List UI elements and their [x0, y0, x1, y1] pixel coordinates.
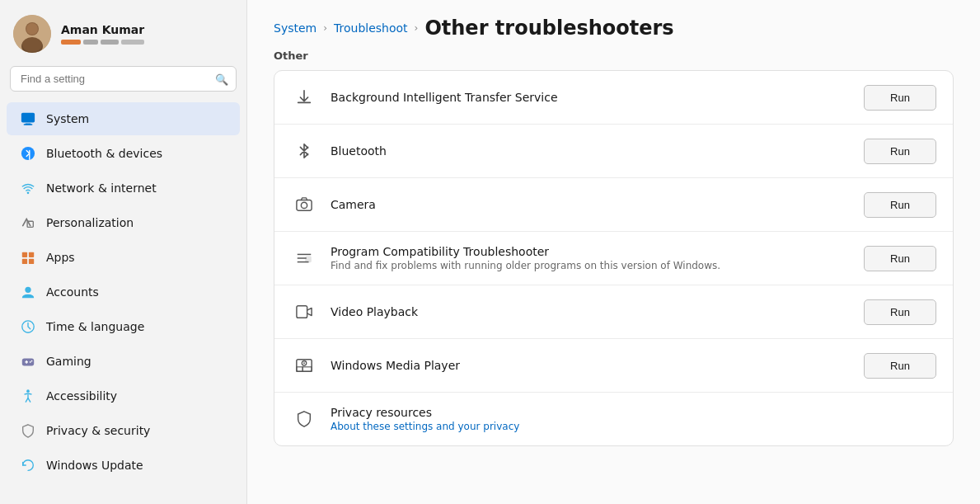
sidebar-item-label-accessibility: Accessibility — [46, 389, 117, 403]
sidebar-item-accessibility[interactable]: Accessibility — [7, 379, 240, 412]
accounts-icon — [20, 284, 36, 300]
system-icon — [20, 111, 36, 127]
profile-section: Aman Kumar — [0, 0, 246, 63]
bits-run-button[interactable]: Run — [864, 85, 936, 111]
media-name: Windows Media Player — [331, 359, 851, 372]
sidebar-item-personalization[interactable]: Personalization — [7, 206, 240, 239]
svg-rect-23 — [297, 200, 312, 211]
svg-rect-29 — [297, 306, 307, 318]
compat-name: Program Compatibility Troubleshooter — [331, 245, 851, 258]
profile-bars — [61, 40, 144, 45]
breadcrumb-current: Other troubleshooters — [424, 16, 673, 40]
troubleshooter-list: Background Intelligent Transfer Service … — [274, 70, 954, 446]
privacy-res-link[interactable]: About these settings and your privacy — [331, 421, 519, 432]
svg-point-15 — [25, 287, 30, 293]
bluetooth-run-button[interactable]: Run — [864, 139, 936, 164]
svg-rect-13 — [22, 259, 27, 264]
bt-name: Bluetooth — [331, 144, 851, 158]
svg-rect-11 — [22, 252, 27, 257]
sidebar-item-label-bluetooth: Bluetooth & devices — [46, 147, 162, 160]
privacy-res-info: Privacy resources About these settings a… — [331, 406, 936, 432]
sidebar-item-system[interactable]: System — [7, 102, 240, 135]
personalization-icon — [20, 214, 36, 231]
svg-point-9 — [27, 192, 30, 195]
troubleshooter-row-media: Windows Media Player Run — [274, 339, 953, 393]
sidebar-item-privacy[interactable]: Privacy & security — [7, 414, 240, 447]
video-info: Video Playback — [331, 305, 851, 318]
sidebar-item-network[interactable]: Network & internet — [7, 172, 240, 205]
svg-rect-5 — [21, 113, 35, 123]
media-icon — [291, 352, 317, 379]
sidebar-item-apps[interactable]: Apps — [7, 241, 240, 274]
sidebar-item-label-gaming: Gaming — [46, 355, 91, 368]
accessibility-icon — [20, 388, 36, 404]
apps-icon — [20, 249, 36, 266]
sidebar: Aman Kumar 🔍 System — [0, 0, 247, 504]
camera-run-button[interactable]: Run — [864, 192, 936, 218]
video-icon — [291, 299, 317, 325]
troubleshooter-row-compat: Program Compatibility Troubleshooter Fin… — [274, 232, 953, 285]
network-icon — [20, 180, 36, 196]
svg-point-3 — [26, 23, 38, 35]
svg-point-22 — [26, 389, 30, 393]
svg-point-21 — [31, 360, 33, 362]
sidebar-item-label-network: Network & internet — [46, 181, 157, 195]
sidebar-item-label-update: Windows Update — [46, 459, 143, 472]
sidebar-item-label-apps: Apps — [46, 251, 75, 264]
profile-info: Aman Kumar — [61, 23, 144, 45]
sidebar-item-gaming[interactable]: Gaming — [7, 345, 240, 378]
bt-icon — [291, 138, 317, 164]
compat-info: Program Compatibility Troubleshooter Fin… — [331, 245, 851, 271]
sidebar-item-accounts[interactable]: Accounts — [7, 276, 240, 309]
svg-rect-28 — [306, 257, 311, 261]
section-label: Other — [274, 49, 954, 62]
svg-rect-14 — [29, 259, 34, 264]
troubleshooter-row-camera: Camera Run — [274, 178, 953, 232]
svg-point-8 — [21, 147, 35, 160]
svg-point-24 — [301, 202, 307, 208]
time-icon — [20, 318, 36, 335]
svg-rect-7 — [24, 124, 33, 125]
privacy-icon — [20, 422, 36, 439]
compat-icon — [291, 245, 317, 271]
troubleshooter-row-privacy: Privacy resources About these settings a… — [274, 393, 953, 445]
search-icon: 🔍 — [215, 73, 228, 85]
troubleshooter-row-bluetooth: Bluetooth Run — [274, 125, 953, 178]
svg-rect-32 — [302, 367, 312, 372]
video-name: Video Playback — [331, 305, 851, 318]
avatar — [13, 15, 51, 53]
sidebar-nav: System Bluetooth & devices Network & — [0, 98, 246, 486]
compat-run-button[interactable]: Run — [864, 246, 936, 271]
media-run-button[interactable]: Run — [864, 353, 936, 379]
privacy-res-name: Privacy resources — [331, 406, 936, 419]
video-run-button[interactable]: Run — [864, 299, 936, 325]
breadcrumb-sep-1: › — [323, 22, 327, 34]
bits-name: Background Intelligent Transfer Service — [331, 91, 851, 104]
sidebar-item-label-personalization: Personalization — [46, 216, 134, 229]
sidebar-item-label-privacy: Privacy & security — [46, 424, 150, 437]
camera-info: Camera — [331, 198, 851, 211]
main-content: System › Troubleshoot › Other troublesho… — [247, 0, 980, 504]
privacy-res-icon — [291, 406, 317, 432]
breadcrumb-troubleshoot[interactable]: Troubleshoot — [334, 21, 408, 35]
media-info: Windows Media Player — [331, 359, 851, 372]
compat-desc: Find and fix problems with running older… — [331, 260, 851, 271]
breadcrumb: System › Troubleshoot › Other troublesho… — [274, 16, 954, 40]
sidebar-item-update[interactable]: Windows Update — [7, 449, 240, 482]
search-input[interactable] — [10, 66, 237, 92]
sidebar-item-bluetooth[interactable]: Bluetooth & devices — [7, 137, 240, 170]
svg-point-34 — [303, 362, 305, 364]
bt-info: Bluetooth — [331, 144, 851, 158]
svg-rect-12 — [29, 252, 34, 257]
breadcrumb-system[interactable]: System — [274, 21, 317, 35]
username: Aman Kumar — [61, 23, 144, 36]
svg-point-20 — [30, 361, 31, 363]
update-icon — [20, 457, 36, 473]
gaming-icon — [20, 353, 36, 370]
bits-icon — [291, 84, 317, 111]
breadcrumb-sep-2: › — [415, 22, 419, 34]
sidebar-item-time[interactable]: Time & language — [7, 310, 240, 343]
camera-name: Camera — [331, 198, 851, 211]
bluetooth-icon — [20, 145, 36, 162]
bits-info: Background Intelligent Transfer Service — [331, 91, 851, 104]
